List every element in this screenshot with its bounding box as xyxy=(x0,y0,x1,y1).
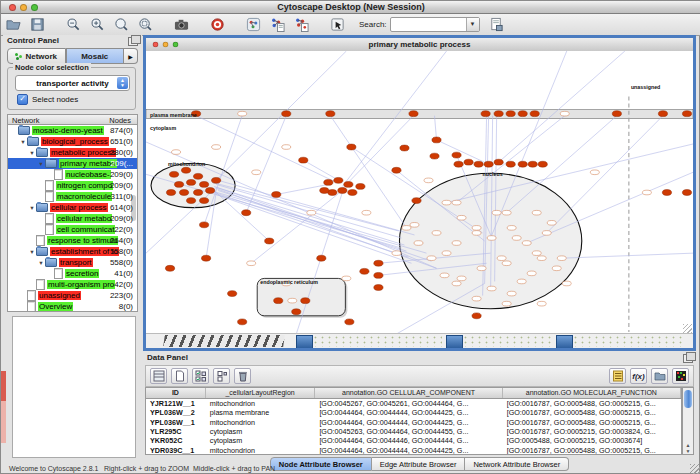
control-panel-header: Control Panel xyxy=(3,35,142,47)
background-scrollbar-thumb[interactable] xyxy=(556,335,573,348)
attribute-list-button[interactable] xyxy=(609,368,626,384)
import-button[interactable] xyxy=(488,16,506,34)
search-input[interactable]: ▼ xyxy=(390,17,480,32)
tree-item-count: 209(... xyxy=(110,159,133,168)
network-node xyxy=(338,188,347,194)
titlebar[interactable]: Cytoscape Desktop (New Session) xyxy=(1,1,700,14)
expand-arrow-icon[interactable]: ▼ xyxy=(28,150,36,156)
help-button[interactable] xyxy=(208,16,226,34)
network-node xyxy=(557,256,566,261)
background-window-art xyxy=(163,335,285,347)
network-tree-item[interactable]: ▼primary metabo209(... xyxy=(8,158,137,169)
snapshot-button[interactable] xyxy=(172,16,190,34)
tree-item-count: 874(0) xyxy=(110,126,133,135)
column-header[interactable]: annotation.GO CELLULAR_COMPONENT xyxy=(315,388,502,398)
network-node xyxy=(506,111,515,117)
column-header[interactable]: ID xyxy=(146,388,206,398)
destroy-view-button[interactable] xyxy=(292,16,310,34)
zoom-fit-button[interactable] xyxy=(112,16,130,34)
network-view-titlebar[interactable]: primary metabolic process xyxy=(146,38,693,52)
network-tree-item[interactable]: macromolecule311(0) xyxy=(8,191,137,202)
chevron-down-icon[interactable]: ▼ xyxy=(466,18,479,31)
network-canvas[interactable]: plasma membranecytoplasmmitochondrionnuc… xyxy=(146,51,693,334)
network-tree-item[interactable]: ▼biological_process651(0) xyxy=(8,136,137,147)
float-panel-icon[interactable] xyxy=(683,354,693,363)
tab-network[interactable]: Network xyxy=(7,48,66,64)
network-node xyxy=(206,188,215,194)
network-node xyxy=(472,296,481,301)
view-resize-grip[interactable] xyxy=(683,324,692,333)
table-row[interactable]: YJR121W__1mitochondrion[GO:0045267, GO:0… xyxy=(146,399,681,408)
file-icon xyxy=(27,290,36,301)
background-scrollbar-thumb[interactable] xyxy=(296,335,313,348)
network-tree-item[interactable]: multi-organism pro42(0) xyxy=(8,279,137,290)
network-tree-item[interactable]: mosaic-demo-yeast874(0) xyxy=(8,125,137,136)
network-node xyxy=(172,150,181,155)
zoom-in-button[interactable] xyxy=(88,16,106,34)
network-tree-item[interactable]: unassigned223(0) xyxy=(8,290,137,301)
scrollbar-thumb[interactable] xyxy=(684,390,692,408)
background-scrollbar-thumb[interactable] xyxy=(446,335,463,348)
network-graph[interactable]: plasma membranecytoplasmmitochondrionnuc… xyxy=(146,51,693,334)
expand-arrow-icon[interactable]: ▼ xyxy=(37,161,45,167)
network-tree-item[interactable]: nucleobase-209(0) xyxy=(8,169,137,180)
network-overview-button[interactable] xyxy=(244,16,262,34)
expand-arrow-icon[interactable]: ▼ xyxy=(28,249,36,255)
window-resize-grip[interactable] xyxy=(690,464,700,474)
tab-network-label: Network xyxy=(25,52,57,61)
select-all-attributes-button[interactable] xyxy=(192,368,209,384)
network-tree-item[interactable]: ▼cellular process614(0) xyxy=(8,202,137,213)
network-tree-item[interactable]: nitrogen compo209(0) xyxy=(8,180,137,191)
network-tree-item[interactable]: response to stimulu264(0) xyxy=(8,235,137,246)
network-node xyxy=(199,198,208,204)
function-builder-button[interactable]: f(x) xyxy=(630,368,647,384)
zoom-out-button[interactable] xyxy=(64,16,82,34)
network-node xyxy=(502,210,511,215)
network-view-window[interactable]: primary metabolic process plasma membran… xyxy=(143,35,696,351)
tab-mosaic[interactable]: Mosaic xyxy=(66,48,125,64)
expand-arrow-icon[interactable]: ▼ xyxy=(19,139,27,145)
network-node xyxy=(186,198,195,204)
column-header[interactable]: annotation.GO MOLECULAR_FUNCTION xyxy=(503,388,681,398)
node-color-dropdown[interactable]: transporter activity ▲▼ xyxy=(15,75,130,91)
create-attribute-button[interactable] xyxy=(171,368,188,384)
column-header[interactable]: _cellularLayoutRegion xyxy=(206,388,316,398)
select-attributes-button[interactable] xyxy=(150,368,167,384)
create-view-button[interactable] xyxy=(268,16,286,34)
table-row[interactable]: YLR295Ccytoplasm[GO:0045263, GO:0044464,… xyxy=(146,427,681,436)
expand-arrow-icon[interactable]: ▼ xyxy=(37,260,45,266)
annotation-button[interactable] xyxy=(328,16,346,34)
network-tree-item[interactable]: secretion41(0) xyxy=(8,268,137,279)
network-tree-item[interactable]: cellular metabo209(0) xyxy=(8,213,137,224)
tree-item-label: unassigned xyxy=(38,291,81,300)
save-button[interactable] xyxy=(28,16,46,34)
network-node xyxy=(432,231,441,236)
attribute-table[interactable]: ID_cellularLayoutRegionannotation.GO CEL… xyxy=(145,387,682,455)
network-tree-item[interactable]: ▼transport558(0) xyxy=(8,257,137,268)
select-attributes-icon xyxy=(195,370,207,382)
tree-item-label: multi-organism pro xyxy=(47,280,115,289)
select-nodes-checkbox[interactable]: ✓ xyxy=(17,94,28,105)
network-node xyxy=(392,251,401,256)
table-row[interactable]: YPL036W__1mitochondrion[GO:0044464, GO:0… xyxy=(146,418,681,427)
birdseye-overview-panel[interactable] xyxy=(12,316,136,458)
network-node xyxy=(410,223,419,228)
table-vertical-scrollbar[interactable]: ▲▼ xyxy=(682,387,694,455)
table-row[interactable]: YKR052Ccytoplasm[GO:0044464, GO:0044446,… xyxy=(146,436,681,445)
zoom-selected-button[interactable] xyxy=(136,16,154,34)
network-tree-item[interactable]: cell communicat22(0) xyxy=(8,224,137,235)
table-row[interactable]: YPL036W__2plasma membrane[GO:0044464, GO… xyxy=(146,408,681,417)
network-tree-item[interactable]: Overview8(0) xyxy=(8,301,137,312)
float-panel-icon[interactable] xyxy=(128,37,138,46)
unselect-all-attributes-button[interactable] xyxy=(213,368,230,384)
open-file-button[interactable] xyxy=(4,16,22,34)
import-attributes-button[interactable] xyxy=(651,368,668,384)
delete-attribute-button[interactable] xyxy=(234,368,251,384)
attribute-matrix-button[interactable] xyxy=(672,368,689,384)
scrollbar-arrows[interactable]: ▲▼ xyxy=(683,442,693,454)
network-tree-item[interactable]: ▼establishment of lo558(0) xyxy=(8,246,137,257)
expand-arrow-icon[interactable]: ▼ xyxy=(28,205,36,211)
network-tree-item[interactable]: ▼metabolic process280(0) xyxy=(8,147,137,158)
table-row[interactable]: YDR039C__1mitochondrion[GO:0044464, GO:0… xyxy=(146,445,681,454)
tabs-overflow-arrow[interactable]: ▶ xyxy=(124,48,138,64)
